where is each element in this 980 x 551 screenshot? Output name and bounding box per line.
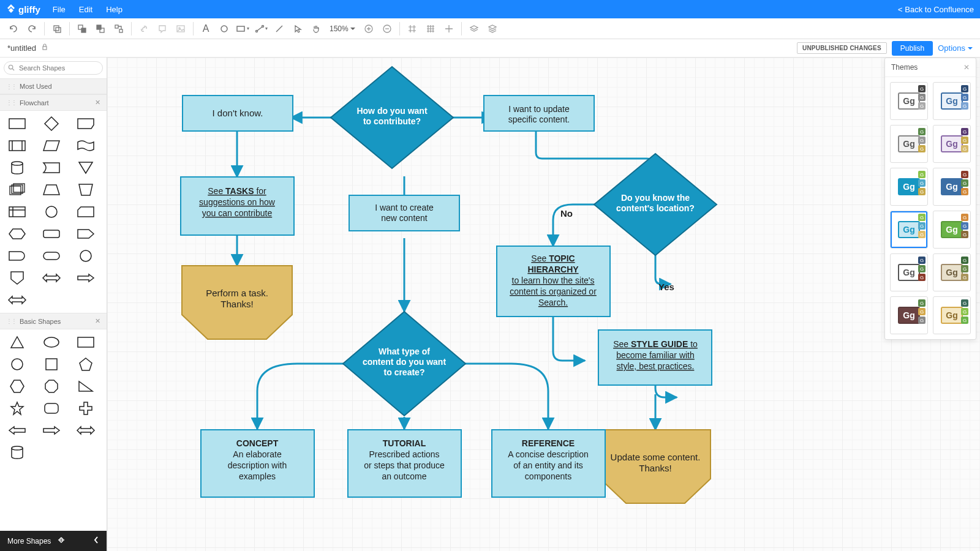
copy-button[interactable] — [48, 20, 66, 37]
shape-flag[interactable] — [75, 116, 97, 132]
zoom-out-button[interactable] — [379, 20, 396, 37]
node-start-decision[interactable]: How do you wantto contribute? — [331, 67, 453, 168]
node-dont-know[interactable]: I don't know. — [183, 96, 293, 131]
theme-swatch[interactable]: GgGGG — [933, 253, 971, 291]
group-button[interactable] — [110, 20, 127, 37]
close-icon[interactable]: ✕ — [95, 99, 100, 107]
rect-tool[interactable]: ▾ — [234, 20, 251, 37]
undo-button[interactable] — [5, 20, 22, 37]
layers2-button[interactable] — [484, 20, 501, 37]
shape-circle3[interactable] — [6, 356, 28, 372]
zoom-level[interactable]: 150% — [330, 24, 355, 33]
close-icon[interactable]: ✕ — [963, 63, 970, 72]
app-logo[interactable]: gliffy — [6, 4, 40, 15]
shape-right-triangle[interactable] — [75, 378, 97, 394]
send-back-button[interactable] — [92, 20, 109, 37]
theme-swatch[interactable]: GgGGG — [933, 168, 971, 206]
theme-swatch[interactable]: GgGGG — [890, 296, 928, 334]
shape-arrow-lr2[interactable] — [6, 292, 28, 308]
shape-arrow-lr3[interactable] — [75, 422, 97, 438]
theme-swatch[interactable]: GgGGG — [890, 82, 928, 120]
theme-swatch[interactable]: GgGGG — [890, 125, 928, 163]
text-tool[interactable]: A — [197, 20, 214, 37]
circle-tool[interactable] — [216, 20, 233, 37]
link-button[interactable] — [135, 20, 153, 37]
node-perform-task[interactable]: Perform a task.Thanks! — [182, 266, 292, 339]
shape-offpage[interactable] — [6, 270, 28, 286]
line-tool[interactable] — [271, 20, 288, 37]
node-concept[interactable]: CONCEPTAn elaboratedescription withexamp… — [201, 430, 314, 497]
pointer-tool[interactable] — [289, 20, 306, 37]
shape-plus[interactable] — [75, 400, 97, 416]
shape-octagon[interactable] — [40, 378, 62, 394]
theme-swatch[interactable]: GgGGG — [890, 253, 928, 291]
redo-button[interactable] — [23, 20, 40, 37]
shape-cylinder2[interactable] — [6, 444, 28, 460]
node-tutorial[interactable]: TUTORIALPrescribed actionsor steps that … — [348, 430, 461, 497]
shape-wave[interactable] — [75, 138, 97, 154]
shape-arrow-r2[interactable] — [40, 422, 62, 438]
node-know-location[interactable]: Do you know thecontent's location? — [594, 154, 717, 255]
node-topic-hierarchy[interactable]: See TOPICHIERARCHYto learn how the site'… — [497, 246, 610, 317]
snap-toggle[interactable] — [422, 20, 439, 37]
shape-circle[interactable] — [40, 204, 62, 220]
shape-arrow-left[interactable] — [6, 422, 28, 438]
menu-edit[interactable]: Edit — [79, 5, 92, 14]
shape-rounded-square[interactable] — [40, 400, 62, 416]
theme-swatch[interactable]: GgGGG — [933, 211, 971, 249]
node-update-specific[interactable]: I want to updatespecific content. — [484, 96, 594, 131]
shape-multidoc[interactable] — [6, 182, 28, 198]
pan-tool[interactable] — [307, 20, 325, 37]
shape-circle2[interactable] — [75, 248, 97, 264]
canvas[interactable]: No Yes How do you wantto contribute? I d… — [107, 58, 980, 551]
shape-square[interactable] — [40, 356, 62, 372]
node-reference[interactable]: REFERENCEA concise descriptionof an enti… — [492, 430, 605, 497]
shape-card[interactable] — [75, 204, 97, 220]
shape-triangle-down[interactable] — [75, 160, 97, 176]
theme-swatch[interactable]: GgGGG — [933, 125, 971, 163]
layers-button[interactable] — [466, 20, 483, 37]
shape-pentagon[interactable] — [75, 356, 97, 372]
options-dropdown[interactable]: Options — [938, 43, 973, 53]
shape-star[interactable] — [6, 400, 28, 416]
publish-button[interactable]: Publish — [892, 41, 933, 56]
menu-file[interactable]: File — [53, 5, 66, 14]
node-content-type[interactable]: What type ofcontent do you wantto create… — [343, 312, 466, 416]
shape-terminator[interactable] — [40, 248, 62, 264]
note-button[interactable] — [154, 20, 171, 37]
guides-button[interactable] — [440, 20, 458, 37]
connector-tool[interactable]: ▾ — [252, 20, 270, 37]
shape-delay[interactable] — [6, 248, 28, 264]
panel-basic-shapes[interactable]: ⋮⋮Basic Shapes✕ — [0, 313, 107, 329]
shape-hexagon2[interactable] — [6, 378, 28, 394]
shape-rounded-rect[interactable] — [40, 226, 62, 242]
shape-rectangle[interactable] — [6, 116, 28, 132]
doc-title[interactable]: *untitled — [7, 43, 36, 53]
theme-swatch[interactable]: GgGGG — [933, 296, 971, 334]
panel-most-used[interactable]: ⋮⋮Most Used — [0, 78, 107, 94]
grid-toggle[interactable] — [404, 20, 421, 37]
shape-cylinder[interactable] — [6, 160, 28, 176]
node-create-new[interactable]: I want to createnew content — [349, 195, 459, 231]
node-tasks[interactable]: See TASKS forsuggestions on howyou can c… — [181, 177, 294, 235]
shape-trapezoid[interactable] — [40, 182, 62, 198]
shape-hexagon[interactable] — [6, 226, 28, 242]
more-shapes-button[interactable]: More Shapes — [0, 531, 107, 551]
panel-flowchart[interactable]: ⋮⋮Flowchart✕ — [0, 94, 107, 111]
theme-swatch[interactable]: GgGGG — [933, 82, 971, 120]
shape-subprocess[interactable] — [6, 138, 28, 154]
image-button[interactable] — [172, 20, 189, 37]
theme-swatch[interactable]: GgGGG — [890, 211, 928, 249]
shape-arrow-r[interactable] — [75, 270, 97, 286]
shape-pill-right[interactable] — [75, 226, 97, 242]
theme-swatch[interactable]: GgGGG — [890, 168, 928, 206]
back-to-confluence[interactable]: < Back to Confluence — [898, 5, 974, 14]
shape-arrow-lr[interactable] — [40, 270, 62, 286]
shape-display[interactable] — [40, 160, 62, 176]
bring-front-button[interactable] — [74, 20, 91, 37]
zoom-in-button[interactable] — [360, 20, 377, 37]
menu-help[interactable]: Help — [106, 5, 123, 14]
shape-rect[interactable] — [75, 334, 97, 350]
shape-parallelogram[interactable] — [40, 138, 62, 154]
shape-diamond[interactable] — [40, 116, 62, 132]
